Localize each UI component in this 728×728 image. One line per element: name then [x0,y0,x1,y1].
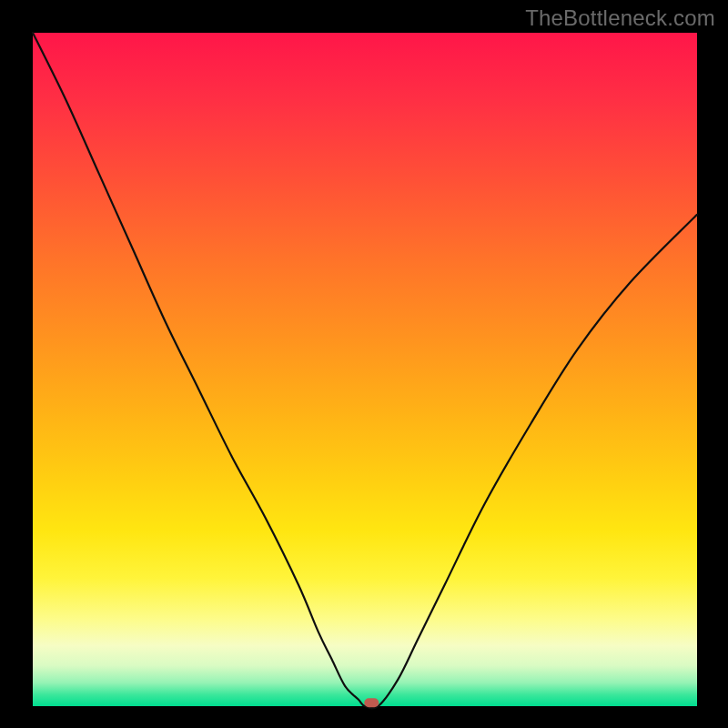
bottleneck-curve [33,33,697,708]
curve-svg [33,33,697,706]
plot-area [33,33,697,706]
chart-frame: TheBottleneck.com [0,0,728,728]
watermark-text: TheBottleneck.com [525,5,715,31]
min-marker [364,698,379,707]
